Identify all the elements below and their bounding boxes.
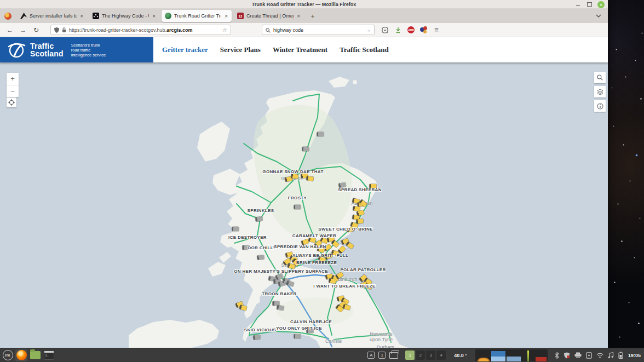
gritter-label[interactable]: BRINE FREEEEZE — [296, 260, 337, 265]
govuk-favicon — [93, 13, 99, 19]
extension-shield-icon[interactable] — [381, 26, 389, 34]
forward-button[interactable]: → — [18, 25, 28, 36]
clock[interactable]: 19:05 — [628, 353, 641, 358]
window-list-icon[interactable] — [389, 352, 398, 359]
tab-inactive[interactable]: Server installer fails to spo× — [17, 10, 87, 22]
menu-icon[interactable]: ≡ — [433, 26, 440, 34]
tab-title: The Highway Code - Using t — [102, 13, 149, 19]
search-bar[interactable]: → — [262, 25, 375, 35]
files-launcher-button[interactable] — [29, 349, 41, 361]
tab-close-icon[interactable]: × — [296, 13, 301, 19]
site-nav-winter-treatment[interactable]: Winter Treatment — [273, 45, 327, 54]
profile-icon[interactable] — [420, 26, 427, 33]
tab-close-icon[interactable]: × — [224, 13, 228, 19]
gritter-label[interactable]: SPRINKLES — [248, 208, 274, 213]
lock-icon[interactable] — [62, 27, 66, 33]
gritter-label[interactable]: YOU ONLY GRIT ICE — [276, 326, 322, 331]
gritter-label[interactable]: CALVIN HARR-ICE — [290, 319, 332, 324]
window-titlebar[interactable]: Trunk Road Gritter Tracker — Mozilla Fir… — [0, 0, 608, 9]
temperature-readout[interactable]: 40.0 ° — [454, 353, 467, 358]
site-nav-traffic-scotland[interactable]: Traffic Scotland — [340, 45, 389, 54]
layers-button[interactable] — [594, 86, 606, 97]
tab-active[interactable]: Trunk Road Gritter Tracker× — [162, 10, 232, 22]
terminal-launcher-button[interactable]: $_ — [43, 349, 55, 361]
url-bar[interactable]: https://trunk-road-gritter-tracker-scotg… — [50, 25, 231, 35]
gritter-label[interactable]: OOR CHILLY — [248, 245, 276, 250]
taskbar: lm $_ A 1 1234 40.0 ° — [0, 348, 644, 362]
printer-icon[interactable] — [574, 352, 582, 358]
url-text[interactable]: https://trunk-road-gritter-tracker-scotg… — [69, 27, 220, 33]
bookmark-star-icon[interactable]: ☆ — [222, 27, 227, 33]
site-header: Traffic Scotland Scotland's trunk road t… — [0, 37, 608, 62]
gritter-label[interactable]: CARAMELT WAFER — [292, 233, 336, 238]
adblock-icon[interactable]: ABP — [407, 26, 415, 33]
folder-icon — [30, 351, 41, 359]
workspace-button-4[interactable]: 4 — [436, 350, 446, 360]
gritter-label[interactable]: GONNAE SNOW DAE THAT — [262, 169, 323, 174]
reload-button[interactable]: ↻ — [31, 25, 42, 36]
tab-title: Server installer fails to spo — [30, 13, 77, 19]
bluetooth-icon[interactable] — [555, 352, 559, 359]
memory-graph — [491, 351, 505, 361]
keyboard-layout-indicator[interactable]: A — [367, 352, 375, 359]
traffic-scotland-logo[interactable]: Traffic Scotland Scotland's trunk road t… — [0, 37, 153, 62]
tab-inactive[interactable]: Create Thread | Omega For× — [234, 10, 304, 22]
info-button[interactable] — [594, 100, 606, 112]
network-graph — [527, 350, 529, 361]
system-monitor-graph[interactable] — [475, 349, 548, 361]
downloads-icon[interactable] — [394, 26, 402, 34]
workspace-button-3[interactable]: 3 — [426, 350, 435, 360]
firefox-icon — [16, 350, 27, 360]
site-nav-service-plans[interactable]: Service Plans — [220, 45, 261, 54]
site-nav: Gritter trackerService PlansWinter Treat… — [162, 37, 389, 62]
desktop-background: Trunk Road Gritter Tracker — Mozilla Fir… — [0, 0, 644, 362]
gritter-label[interactable]: SPREDDIE VAN HALEN — [274, 244, 326, 249]
firefox-launcher-button[interactable] — [15, 349, 27, 361]
gritter-label[interactable]: SPREAD SHEERAN — [338, 187, 382, 192]
wifi-icon[interactable] — [596, 353, 603, 358]
locate-icon — [8, 99, 15, 106]
tab-inactive[interactable]: The Highway Code - Using t× — [89, 10, 159, 22]
removable-media-icon[interactable] — [586, 352, 592, 359]
search-go-arrow-icon[interactable]: → — [365, 27, 371, 33]
gritter-label[interactable]: I WANT TO BREAK FREEZE — [313, 284, 375, 289]
locate-button[interactable] — [7, 97, 16, 107]
gritter-label[interactable]: SKID VICIOUS — [244, 327, 276, 332]
sound-icon[interactable] — [608, 352, 614, 359]
tab-close-icon[interactable]: × — [152, 13, 156, 19]
gritter-label[interactable]: FROSTY — [288, 196, 307, 200]
cpu-graph — [477, 358, 490, 361]
gritter-label[interactable]: SWEET CHILD O' BRINE — [318, 227, 373, 232]
gritter-label[interactable]: ON HER MAJESTY'S SLIPPERY SURFACE — [234, 269, 328, 274]
tab-close-icon[interactable]: × — [79, 13, 84, 19]
pinned-tab-favicon[interactable] — [4, 13, 12, 20]
gritter-label[interactable]: POLAR PATROLLER — [340, 267, 386, 272]
menu-launcher-button[interactable]: lm — [2, 349, 14, 361]
new-tab-button[interactable]: + — [307, 10, 318, 21]
zoom-in-button[interactable]: + — [7, 73, 19, 85]
maximize-button[interactable] — [586, 1, 593, 8]
gritter-map[interactable]: InvernessAberdeenStirlingEdinburghCarlis… — [0, 62, 608, 348]
tab-title: Create Thread | Omega For — [246, 13, 294, 19]
list-all-tabs-icon[interactable] — [594, 11, 603, 21]
firefox-window: Trunk Road Gritter Tracker — Mozilla Fir… — [0, 0, 608, 348]
zoom-out-button[interactable]: − — [7, 85, 19, 97]
workspace-button-2[interactable]: 2 — [416, 350, 425, 360]
security-shield-icon[interactable] — [564, 352, 570, 359]
omega-forum-favicon — [237, 13, 244, 19]
back-button[interactable]: ← — [4, 25, 15, 36]
keyboard-group-indicator[interactable]: 1 — [378, 352, 386, 359]
terminal-icon: $_ — [44, 351, 54, 360]
gritter-label[interactable]: ALWAYS BE GRIT - FULL — [292, 253, 349, 258]
site-nav-gritter-tracker[interactable]: Gritter tracker — [162, 45, 208, 54]
tracking-protection-shield-icon[interactable] — [54, 27, 59, 33]
minimize-button[interactable] — [574, 1, 581, 8]
close-button[interactable]: × — [597, 1, 605, 8]
system-tray — [555, 352, 623, 359]
workspace-button-1[interactable]: 1 — [405, 350, 415, 360]
gritter-label[interactable]: TROON RAKER — [262, 291, 296, 296]
search-input[interactable] — [273, 27, 363, 33]
map-search-button[interactable] — [594, 72, 606, 83]
battery-icon[interactable] — [618, 352, 623, 359]
gritter-label[interactable]: ICE DESTROYER — [228, 235, 267, 240]
